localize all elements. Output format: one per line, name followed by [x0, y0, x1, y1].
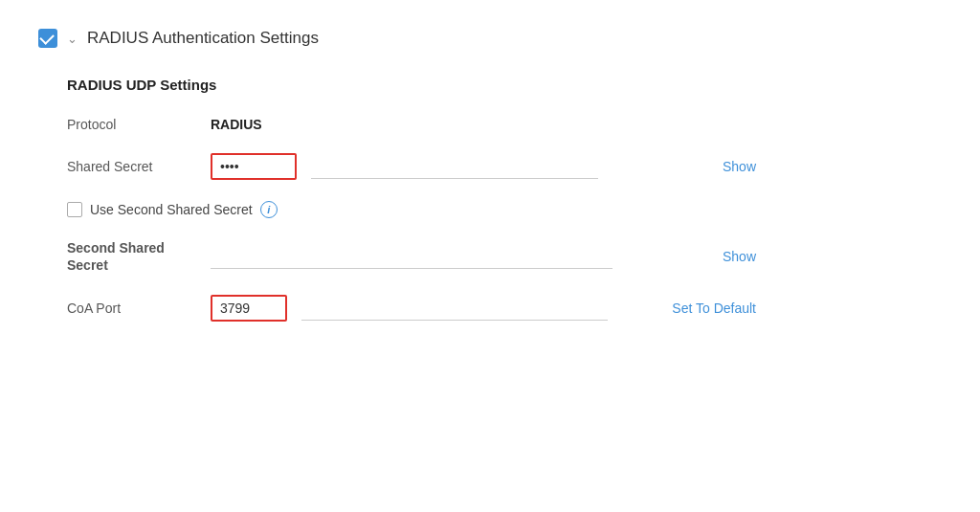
shared-secret-input[interactable] — [211, 153, 297, 180]
info-icon[interactable]: i — [260, 201, 278, 218]
page: ⌄ RADIUS Authentication Settings RADIUS … — [0, 0, 980, 512]
section-header: ⌄ RADIUS Authentication Settings — [38, 29, 942, 48]
second-shared-secret-row: Second Shared Secret Show — [67, 239, 942, 274]
shared-secret-underline-input[interactable] — [311, 155, 598, 179]
coa-port-row: CoA Port Set To Default — [67, 295, 942, 322]
coa-port-input[interactable] — [211, 295, 287, 322]
coa-port-label: CoA Port — [67, 301, 191, 316]
protocol-label: Protocol — [67, 117, 191, 132]
use-second-secret-label: Use Second Shared Secret — [90, 202, 253, 217]
second-shared-secret-input-wrapper: Show — [211, 245, 766, 269]
set-to-default-button[interactable]: Set To Default — [672, 301, 766, 316]
shared-secret-show-button[interactable]: Show — [723, 159, 766, 174]
protocol-row: Protocol RADIUS — [67, 117, 942, 132]
second-shared-secret-label: Second Shared Secret — [67, 239, 191, 274]
subsection-title: RADIUS UDP Settings — [67, 77, 942, 93]
chevron-down-icon[interactable]: ⌄ — [67, 32, 78, 46]
use-second-secret-checkbox[interactable] — [67, 202, 82, 217]
form-rows: Protocol RADIUS Shared Secret Show — [67, 117, 942, 180]
section-checkbox[interactable] — [38, 29, 57, 48]
use-second-secret-row: Use Second Shared Secret i — [67, 201, 942, 218]
second-shared-secret-input[interactable] — [211, 245, 612, 269]
section-title: RADIUS Authentication Settings — [87, 29, 319, 48]
shared-secret-input-wrapper: Show — [211, 153, 766, 180]
shared-secret-row: Shared Secret Show — [67, 153, 942, 180]
coa-port-underline-input[interactable] — [301, 297, 608, 321]
second-shared-secret-show-button[interactable]: Show — [723, 249, 766, 264]
shared-secret-label: Shared Secret — [67, 159, 191, 174]
protocol-value: RADIUS — [211, 117, 262, 132]
